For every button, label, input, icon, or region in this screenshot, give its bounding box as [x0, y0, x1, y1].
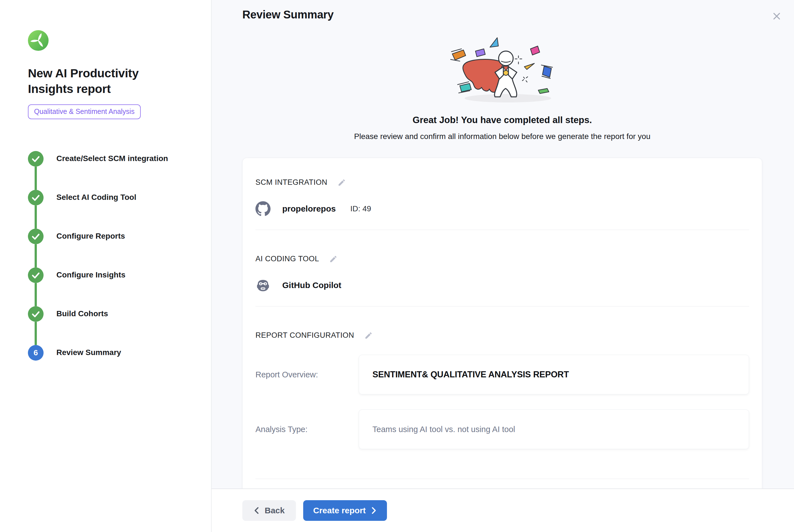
scm-integration-name: propelorepos [282, 204, 336, 213]
wizard-sidebar: New AI Productivity Insights report Qual… [0, 0, 212, 532]
step-configure-reports[interactable]: Configure Reports [28, 229, 194, 267]
section-label-report-config: REPORT CONFIGURATION [256, 331, 354, 340]
analysis-type-badge: Qualitative & Sentiment Analysis [28, 104, 141, 119]
step-label: Configure Reports [56, 232, 125, 241]
scm-integration-id: ID: 49 [351, 204, 371, 213]
step-create-select-scm-integration[interactable]: Create/Select SCM integration [28, 151, 194, 190]
step-label: Configure Insights [56, 270, 125, 279]
step-build-cohorts[interactable]: Build Cohorts [28, 306, 194, 345]
review-summary-content: Review Summary [212, 0, 794, 489]
analysis-type-value-box: Teams using AI tool vs. not using AI too… [359, 410, 749, 449]
check-icon [28, 306, 43, 322]
analysis-type-value: Teams using AI tool vs. not using AI too… [373, 425, 515, 434]
ai-coding-tool-name: GitHub Copilot [282, 281, 341, 290]
edit-icon[interactable] [364, 331, 373, 340]
propeller-logo-icon [28, 30, 49, 51]
ai-coding-tool-section: AI CODING TOOL [256, 254, 749, 306]
congrats-subheading: Please review and confirm all informatio… [354, 132, 650, 141]
chevron-right-icon [371, 506, 377, 515]
step-select-ai-coding-tool[interactable]: Select AI Coding Tool [28, 190, 194, 229]
report-overview-value: SENTIMENT& QUALITATIVE ANALYSIS REPORT [373, 369, 569, 380]
check-icon [28, 190, 43, 205]
scm-integration-section: SCM INTEGRATION propelorepos ID: 49 [256, 178, 749, 230]
check-icon [28, 267, 43, 283]
step-connector [35, 244, 37, 267]
report-overview-value-box: SENTIMENT& QUALITATIVE ANALYSIS REPORT [359, 355, 749, 394]
edit-icon[interactable] [338, 178, 346, 187]
step-label: Create/Select SCM integration [56, 154, 168, 163]
wizard-footer: Back Create report [212, 489, 794, 532]
step-connector [35, 167, 37, 190]
page-title: Review Summary [242, 8, 762, 21]
github-icon [256, 201, 270, 216]
edit-icon[interactable] [329, 255, 338, 263]
analysis-type-row: Analysis Type: Teams using AI tool vs. n… [256, 410, 749, 449]
report-overview-label: Report Overview: [256, 370, 359, 379]
report-overview-row: Report Overview: SENTIMENT& QUALITATIVE … [256, 355, 749, 394]
create-report-button[interactable]: Create report [303, 500, 387, 521]
step-label: Select AI Coding Tool [56, 193, 136, 202]
section-label-ai-tool: AI CODING TOOL [256, 254, 319, 263]
congrats-section: Great Job! You have completed all steps.… [242, 21, 762, 141]
step-connector [35, 205, 37, 229]
section-divider [256, 306, 749, 306]
close-icon[interactable] [771, 10, 783, 22]
step-label: Review Summary [56, 348, 121, 357]
celebration-illustration [424, 34, 581, 106]
check-icon [28, 151, 43, 167]
step-review-summary[interactable]: 6 Review Summary [28, 345, 194, 361]
check-icon [28, 229, 43, 244]
section-divider [256, 479, 749, 479]
wizard-stepper: Create/Select SCM integration Select AI … [28, 151, 194, 361]
step-connector [35, 283, 37, 306]
report-configuration-section: REPORT CONFIGURATION Report Overview: SE… [256, 331, 749, 479]
chevron-left-icon [253, 506, 260, 515]
step-configure-insights[interactable]: Configure Insights [28, 267, 194, 306]
back-button[interactable]: Back [242, 500, 296, 521]
summary-card: SCM INTEGRATION propelorepos ID: 49 [242, 158, 762, 489]
step-number-badge: 6 [28, 345, 43, 361]
congrats-heading: Great Job! You have completed all steps. [413, 115, 592, 125]
step-connector [35, 322, 37, 345]
section-divider [256, 230, 749, 230]
analysis-type-label: Analysis Type: [256, 425, 359, 434]
app-window: New AI Productivity Insights report Qual… [0, 0, 794, 532]
copilot-icon [256, 278, 270, 293]
section-label-scm: SCM INTEGRATION [256, 178, 327, 187]
wizard-title: New AI Productivity Insights report [28, 65, 173, 97]
step-label: Build Cohorts [56, 309, 108, 318]
review-summary-panel: Review Summary [212, 0, 794, 532]
